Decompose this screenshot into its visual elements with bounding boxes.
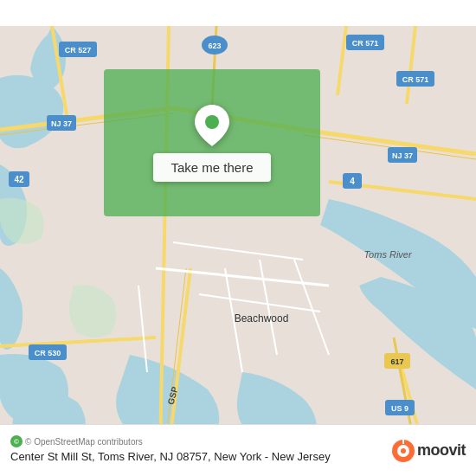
svg-text:623: 623	[208, 42, 221, 50]
attribution-text: © OpenStreetMap contributors	[25, 437, 143, 447]
svg-text:NJ 37: NJ 37	[392, 151, 413, 160]
bottom-bar: © © OpenStreetMap contributors Center St…	[0, 424, 476, 476]
map-pin	[195, 105, 229, 146]
osm-attribution: © © OpenStreetMap contributors	[10, 435, 331, 447]
map-overlay: Take me there	[104, 69, 320, 216]
svg-text:617: 617	[390, 357, 403, 366]
svg-text:CR 571: CR 571	[352, 39, 379, 48]
moovit-text: moovit	[417, 441, 466, 460]
take-me-there-button[interactable]: Take me there	[153, 153, 270, 182]
svg-text:CR 571: CR 571	[402, 75, 429, 84]
bottom-left-section: © © OpenStreetMap contributors Center St…	[10, 435, 331, 465]
svg-text:42: 42	[14, 175, 24, 184]
svg-text:Beachwood: Beachwood	[235, 312, 289, 325]
address-text: Center St Mill St, Toms River, NJ 08757,…	[10, 449, 331, 465]
svg-text:Toms River: Toms River	[363, 249, 413, 260]
svg-text:NJ 37: NJ 37	[51, 119, 72, 128]
svg-text:US 9: US 9	[391, 404, 408, 413]
osm-icon: ©	[10, 435, 23, 447]
svg-text:4: 4	[350, 177, 355, 186]
map-container: CR 527 623 CR 571 CR 571 NJ 37 NJ 37 42 …	[0, 0, 476, 476]
moovit-icon-svg	[391, 439, 415, 463]
svg-text:CR 527: CR 527	[65, 46, 92, 55]
svg-point-52	[401, 448, 406, 453]
svg-text:CR 530: CR 530	[35, 349, 61, 357]
svg-point-49	[205, 115, 219, 129]
moovit-logo: moovit	[391, 439, 466, 463]
